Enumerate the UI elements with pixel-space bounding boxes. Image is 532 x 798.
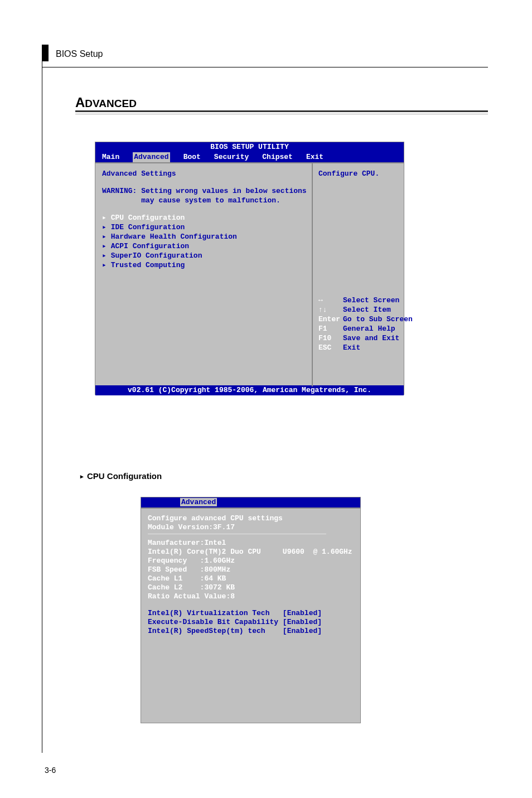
section-title-rest: DVANCED — [85, 98, 137, 109]
left-margin-rule — [42, 45, 42, 753]
setting-virtualization: Intel(R) Virtualization Tech [Enabled] — [148, 609, 354, 618]
bios2-tab-advanced: Advanced — [180, 498, 217, 506]
bios-right-pane: Configure CPU. ↔Select Screen ↑↓Select I… — [314, 163, 405, 386]
advanced-settings-heading: Advanced Settings — [102, 169, 305, 178]
hint-txt-f10: Save and Exit — [343, 334, 399, 342]
menu-trusted-computing: ▸ Trusted Computing — [102, 260, 305, 270]
warning-line-1: WARNING: Setting wrong values in below s… — [102, 186, 305, 196]
bios2-tabbar: Advanced — [141, 497, 360, 507]
hint-key-f1: F1 — [318, 324, 343, 333]
menu-superio-configuration: ▸ SuperIO Configuration — [102, 251, 305, 260]
tab-chipset: Chipset — [262, 152, 293, 162]
info-cache-l1: Cache L1 :64 KB — [148, 574, 354, 583]
hint-key-lr: ↔ — [318, 296, 343, 305]
info-cache-l2: Cache L2 :3072 KB — [148, 583, 354, 592]
header-rule — [42, 67, 488, 67]
menu-hardware-health: ▸ Hardware Health Configuration — [102, 232, 305, 241]
cpu-heading: Configure advanced CPU settings — [148, 514, 354, 523]
hint-key-f10: F10 — [318, 333, 343, 343]
bios-left-pane: Advanced Settings WARNING: Setting wrong… — [95, 163, 313, 386]
help-text: Configure CPU. — [318, 169, 400, 178]
tab-boot: Boot — [183, 152, 201, 162]
hint-txt-esc: Exit — [343, 344, 360, 352]
divider — [148, 534, 326, 534]
info-fsb: FSB Speed :800MHz — [148, 565, 354, 574]
bios-advanced-screenshot: BIOS SETUP UTILITY Main Advanced Boot Se… — [95, 142, 404, 395]
setting-speedstep: Intel(R) SpeedStep(tm) tech [Enabled] — [148, 627, 354, 636]
menu-acpi-configuration: ▸ ACPI Configuration — [102, 241, 305, 251]
tab-advanced: Advanced — [133, 152, 170, 162]
page-number: 3-6 — [45, 766, 56, 775]
tab-security: Security — [214, 152, 249, 162]
info-manufacturer: Manufacturer:Intel — [148, 539, 354, 548]
bios-title: BIOS SETUP UTILITY — [95, 142, 404, 152]
hint-txt-ent: Go to Sub Screen — [343, 315, 413, 323]
menu-cpu-configuration: ▸ CPU Configuration — [102, 213, 305, 223]
section-title-first-letter: A — [75, 95, 85, 110]
menu-ide-configuration: ▸ IDE Configuration — [102, 223, 305, 232]
hint-txt-ud: Select Item — [343, 306, 391, 314]
hint-txt-f1: General Help — [343, 325, 395, 333]
info-cpu: Intel(R) Core(TM)2 Duo CPU U9600 @ 1.60G… — [148, 548, 354, 557]
section-title: ADVANCED — [75, 95, 137, 110]
section-underline — [75, 110, 488, 114]
info-ratio: Ratio Actual Value:8 — [148, 592, 354, 601]
header-label: BIOS Setup — [56, 49, 103, 59]
header-tab-mark — [42, 45, 49, 61]
hint-txt-lr: Select Screen — [343, 296, 399, 304]
tab-main: Main — [102, 152, 119, 162]
tab-exit: Exit — [306, 152, 323, 162]
bios-footer: v02.61 (C)Copyright 1985-2006, American … — [95, 385, 404, 395]
subsection-label: CPU Configuration — [87, 471, 162, 481]
hint-key-ud: ↑↓ — [318, 305, 343, 315]
hint-key-esc: ESC — [318, 343, 343, 352]
bios-tabbar: Main Advanced Boot Security Chipset Exit — [95, 152, 404, 162]
setting-execute-disable: Execute-Disable Bit Capability [Enabled] — [148, 618, 354, 627]
triangle-icon: ▸ — [80, 473, 84, 480]
hint-key-ent: Enter — [318, 315, 343, 324]
bios-cpu-config-screenshot: Advanced Configure advanced CPU settings… — [141, 497, 361, 723]
info-frequency: Frequency :1.60GHz — [148, 557, 354, 565]
warning-line-2: may cause system to malfunction. — [102, 196, 305, 205]
module-version: Module Version:3F.17 — [148, 523, 354, 532]
subsection-cpu-configuration: ▸CPU Configuration — [80, 471, 162, 481]
